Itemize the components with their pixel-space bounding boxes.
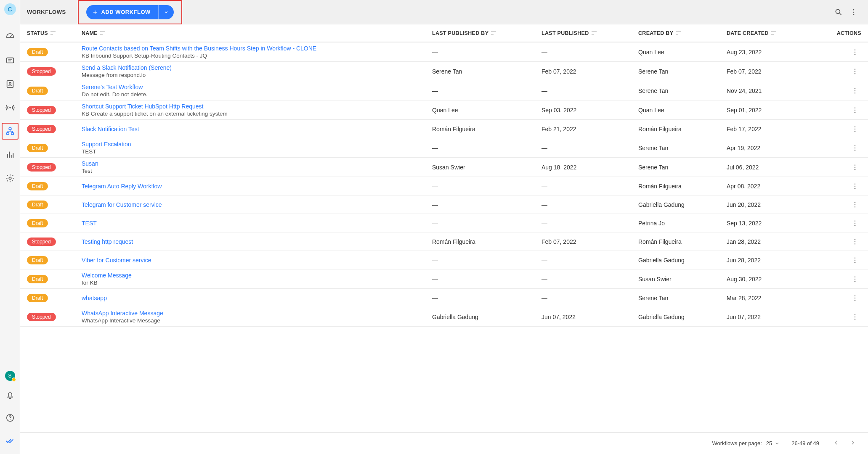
workflow-desc: Message from respond.io [82,72,432,78]
last-published: Feb 07, 2022 [542,68,638,75]
col-created-by[interactable]: CREATED BY [638,30,727,36]
workflow-name-link[interactable]: whatsapp [82,295,432,301]
last-published: — [542,201,638,208]
more-vert-icon [851,164,859,171]
table-row: DraftViber for Customer service——Gabriel… [20,251,868,269]
workflow-name-link[interactable]: Route Contacts based on Team Shifts with… [82,45,432,52]
sort-icon [592,30,597,36]
more-vert-icon [851,201,859,209]
search-icon [834,8,843,16]
sort-icon [771,30,777,36]
row-more-button[interactable] [849,254,861,267]
workflow-name-link[interactable]: WhatsApp Interactive Message [82,310,432,317]
col-status[interactable]: STATUS [27,30,82,36]
created-by: Serene Tan [638,68,727,75]
status-badge: Draft [27,201,48,209]
workflow-name-link[interactable]: Send a Slack Notification (Serene) [82,64,432,71]
svg-point-13 [9,177,11,179]
nav-dashboard[interactable] [2,29,19,45]
contact-icon [5,79,15,89]
workflow-name-link[interactable]: Support Escalation [82,141,432,148]
workflow-name-link[interactable]: Serene's Test Workflow [82,84,432,90]
more-vert-icon [849,8,858,16]
col-name[interactable]: NAME [82,30,432,36]
workflow-name-link[interactable]: Susan [82,160,432,167]
user-avatar[interactable]: S [5,371,15,381]
svg-point-60 [855,278,855,279]
nav-help[interactable] [2,409,19,426]
nav-messages[interactable] [2,52,19,69]
col-date-created[interactable]: DATE CREATED [727,30,819,36]
svg-point-43 [855,169,855,170]
status-badge: Stopped [27,238,56,246]
nav-brand[interactable] [2,432,19,449]
date-created: Feb 17, 2022 [727,126,819,132]
workflow-name-link[interactable]: Telegram Auto Reply Workflow [82,183,432,190]
workflow-name-link[interactable]: Testing http request [82,238,432,245]
created-by: Serene Tan [638,145,727,151]
next-page[interactable] [848,438,858,449]
row-more-button[interactable] [849,123,861,135]
svg-point-63 [855,297,855,298]
search-button[interactable] [831,5,846,20]
table-row: DraftTelegram Auto Reply Workflow——Román… [20,177,868,195]
table-row: DraftRoute Contacts based on Team Shifts… [20,42,868,62]
nav-workflows[interactable] [2,123,19,140]
row-more-button[interactable] [849,292,861,304]
org-avatar[interactable]: C [4,3,16,15]
row-more-button[interactable] [849,273,861,285]
add-workflow-dropdown[interactable] [158,5,174,19]
workflow-name-link[interactable]: Telegram for Customer service [82,201,432,208]
svg-point-51 [855,222,855,223]
last-published: — [542,257,638,264]
plus-icon [92,9,98,15]
nav-settings[interactable] [2,170,19,187]
workflow-name-link[interactable]: TEST [82,220,432,227]
prev-page[interactable] [831,438,841,449]
header-more-button[interactable] [846,5,861,20]
row-more-button[interactable] [849,217,861,230]
row-more-button[interactable] [849,311,861,323]
svg-rect-6 [9,128,11,130]
svg-point-28 [855,73,855,74]
row-more-button[interactable] [849,84,861,97]
workflow-name-link[interactable]: Shortcut Support Ticket HubSpot Http Req… [82,103,432,110]
per-page-select[interactable]: 25 [766,440,780,446]
col-last-published[interactable]: LAST PUBLISHED [542,30,638,36]
svg-point-56 [855,257,855,258]
last-published-by: — [432,220,542,227]
svg-point-47 [855,202,855,203]
workflow-desc: KB Create a support ticket on an externa… [82,111,432,117]
last-published: — [542,183,638,190]
table-row: StoppedWhatsApp Interactive MessageWhats… [20,307,868,327]
last-published: Aug 18, 2022 [542,164,638,171]
row-more-button[interactable] [849,142,861,154]
workflow-name-link[interactable]: Welcome Message [82,272,432,279]
date-created: Aug 30, 2022 [727,276,819,282]
nav-broadcast[interactable] [2,99,19,116]
last-published-by: — [432,295,542,301]
row-more-button[interactable] [849,65,861,78]
date-created: Aug 23, 2022 [727,49,819,55]
row-more-button[interactable] [849,104,861,116]
add-workflow-button[interactable]: ADD WORKFLOW [86,5,158,19]
per-page-value: 25 [766,440,772,446]
svg-point-40 [855,150,855,150]
last-published-by: — [432,49,542,55]
svg-point-48 [855,204,855,205]
nav-reports[interactable] [2,146,19,163]
row-more-button[interactable] [849,180,861,193]
svg-point-32 [855,107,855,108]
workflow-name-link[interactable]: Slack Notification Test [82,126,432,132]
row-more-button[interactable] [849,161,861,174]
nav-notifications[interactable] [2,387,19,404]
nav-contacts[interactable] [2,76,19,92]
row-more-button[interactable] [849,46,861,58]
workflow-name-link[interactable]: Viber for Customer service [82,257,432,264]
col-last-published-by[interactable]: LAST PUBLISHED BY [432,30,542,36]
workflow-icon [5,127,15,136]
date-created: Jan 28, 2022 [727,238,819,245]
row-more-button[interactable] [849,198,861,211]
last-published-by: — [432,276,542,282]
row-more-button[interactable] [849,235,861,248]
